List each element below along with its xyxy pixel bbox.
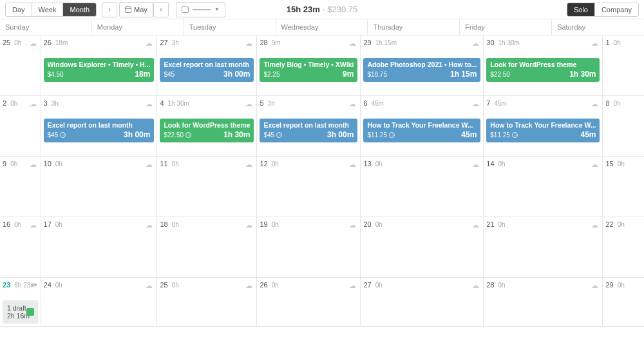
day-cell[interactable]: 20h☁ <box>0 96 41 157</box>
time-entry[interactable]: How to Track Your Freelance W...$11.2545… <box>486 119 600 142</box>
day-cell[interactable]: 301h 30m☁Look for WordPress theme$22.501… <box>484 35 603 96</box>
time-entry[interactable]: How to Track Your Freelance W...$11.2545… <box>363 119 480 142</box>
day-number: 19 <box>260 220 267 228</box>
day-cell[interactable]: 33h☁Excel report on last month$453h 00m <box>41 96 158 157</box>
memory-icon[interactable]: ☁ <box>472 39 479 48</box>
memory-icon[interactable]: ☁ <box>245 39 252 48</box>
day-cell[interactable]: 210h☁ <box>484 217 603 278</box>
day-cell[interactable]: 180h☁ <box>157 217 257 278</box>
time-entry[interactable]: Windows Explorer • Timely • H...$4.5018m <box>44 58 155 82</box>
memory-icon[interactable]: ☁ <box>245 221 252 229</box>
memory-icon[interactable]: ☁ <box>591 39 598 48</box>
day-cell[interactable]: 290h <box>603 278 644 327</box>
view-week-button[interactable]: Week <box>32 3 64 16</box>
memory-icon[interactable]: ☁ <box>591 160 598 169</box>
day-cell[interactable]: 280h☁ <box>484 278 603 327</box>
day-cell[interactable]: 110h☁ <box>157 157 257 217</box>
day-hours: 0h <box>10 160 17 168</box>
day-hours: 0h <box>614 100 621 107</box>
memory-icon[interactable]: ☁ <box>472 100 479 108</box>
draft-entry[interactable]: 1 draft2h 16m <box>3 300 38 324</box>
day-cell[interactable]: 53h☁Excel report on last month$453h 00m <box>257 96 361 157</box>
entry-cost: $4.50 <box>48 71 64 78</box>
entry-time: 45m <box>461 130 477 139</box>
day-cell[interactable]: 170h☁ <box>41 217 158 278</box>
day-cell[interactable]: 645m☁How to Track Your Freelance W...$11… <box>361 96 484 157</box>
memory-icon[interactable]: ☁ <box>146 100 153 108</box>
day-cell[interactable]: 160h☁ <box>0 217 41 278</box>
day-cell[interactable]: 273h☁Excel report on last month$453h 00m <box>157 35 257 96</box>
memory-icon[interactable]: ☁ <box>349 282 356 290</box>
memory-icon[interactable]: ☁ <box>146 160 153 169</box>
memory-icon[interactable]: ☁ <box>30 100 37 108</box>
day-number: 28 <box>486 281 494 289</box>
memory-icon[interactable]: ☁ <box>245 282 252 290</box>
entry-cost: $22.50 <box>164 131 191 139</box>
time-entry[interactable]: Excel report on last month$453h 00m <box>44 119 155 142</box>
day-cell[interactable]: 120h☁ <box>257 157 361 217</box>
time-entry[interactable]: Look for WordPress theme$22.501h 30m <box>160 119 254 142</box>
memory-icon[interactable]: ☁ <box>472 160 479 169</box>
day-cell[interactable]: 130h☁ <box>361 157 484 217</box>
printer-icon <box>182 6 189 13</box>
day-cell[interactable]: 41h 30m☁Look for WordPress theme$22.501h… <box>157 96 257 157</box>
memory-icon[interactable]: ☁ <box>30 160 37 169</box>
day-number: 9 <box>3 160 6 168</box>
memory-icon[interactable]: ☁ <box>245 160 252 169</box>
day-cell[interactable]: 140h☁ <box>484 157 603 217</box>
day-cell[interactable]: 250h☁ <box>157 278 257 327</box>
view-month-button[interactable]: Month <box>63 3 96 16</box>
day-cell[interactable]: 90h☁ <box>0 157 41 217</box>
day-cell[interactable]: 745m☁How to Track Your Freelance W...$11… <box>484 96 603 157</box>
day-cell[interactable]: 80h <box>603 96 644 157</box>
time-entry[interactable]: Look for WordPress theme$22.501h 30m <box>486 58 600 82</box>
scope-company-button[interactable]: Company <box>595 3 638 16</box>
memory-icon[interactable]: ☁ <box>472 221 479 229</box>
memory-icon[interactable]: ☁ <box>245 100 252 108</box>
memory-icon[interactable]: ☁ <box>146 221 153 229</box>
day-cell[interactable]: 2618m☁Windows Explorer • Timely • H...$4… <box>41 35 158 96</box>
memory-icon[interactable]: ☁ <box>146 282 153 290</box>
day-cell[interactable]: 250h☁ <box>0 35 41 96</box>
day-cell[interactable]: 10h <box>603 35 644 96</box>
memory-icon[interactable]: ☁ <box>30 39 37 48</box>
memory-icon[interactable]: ☁ <box>591 282 598 290</box>
entry-title: Timely Blog • Timely • XWiki <box>263 61 354 68</box>
day-hours: 0h <box>55 282 62 289</box>
time-entry[interactable]: Timely Blog • Timely • XWiki$2.259m <box>260 58 357 82</box>
day-cell[interactable]: 260h☁ <box>257 278 361 327</box>
day-cell[interactable]: 200h☁ <box>361 217 484 278</box>
day-cell[interactable]: 220h <box>603 217 644 278</box>
memory-icon[interactable]: ☁ <box>146 39 153 48</box>
day-number: 28 <box>260 39 267 46</box>
day-cell[interactable]: 100h☁ <box>41 157 158 217</box>
memory-icon[interactable]: ☁ <box>349 39 356 48</box>
time-entry[interactable]: Excel report on last month$453h 00m <box>260 119 357 142</box>
next-month-button[interactable]: › <box>153 2 169 17</box>
export-dropdown[interactable]: ▼ <box>176 2 225 17</box>
day-cell[interactable]: 270h☁ <box>361 278 484 327</box>
prev-month-button[interactable]: ‹ <box>102 2 117 17</box>
time-entry[interactable]: Excel report on last month$453h 00m <box>160 58 254 82</box>
day-cell[interactable]: 240h☁ <box>41 278 158 327</box>
memory-icon[interactable]: ☁ <box>472 282 479 290</box>
day-cell[interactable]: 190h☁ <box>257 217 361 278</box>
memory-icon[interactable]: ☁ <box>30 221 37 229</box>
day-cell[interactable]: 236h 23m⇄1 draft2h 16m <box>0 278 41 327</box>
day-cell[interactable]: 291h 15m☁Adobe Photoshop 2021 • How to..… <box>361 35 484 96</box>
transfer-icon[interactable]: ⇄ <box>32 282 37 289</box>
memory-icon[interactable]: ☁ <box>591 221 598 229</box>
memory-icon[interactable]: ☁ <box>349 221 356 229</box>
memory-icon[interactable]: ☁ <box>591 100 598 108</box>
memory-icon[interactable]: ☁ <box>349 100 356 108</box>
scope-switch: Solo Company <box>567 3 639 17</box>
day-cell[interactable]: 289m☁Timely Blog • Timely • XWiki$2.259m <box>257 35 361 96</box>
day-hours: 0h <box>55 160 62 168</box>
memory-icon[interactable]: ☁ <box>349 160 356 169</box>
day-cell[interactable]: 150h <box>603 157 644 217</box>
scope-solo-button[interactable]: Solo <box>567 3 595 16</box>
time-entry[interactable]: Adobe Photoshop 2021 • How to...$18.751h… <box>363 58 480 82</box>
view-day-button[interactable]: Day <box>6 3 32 16</box>
month-picker-button[interactable]: May <box>119 2 153 17</box>
day-number: 4 <box>160 99 164 107</box>
